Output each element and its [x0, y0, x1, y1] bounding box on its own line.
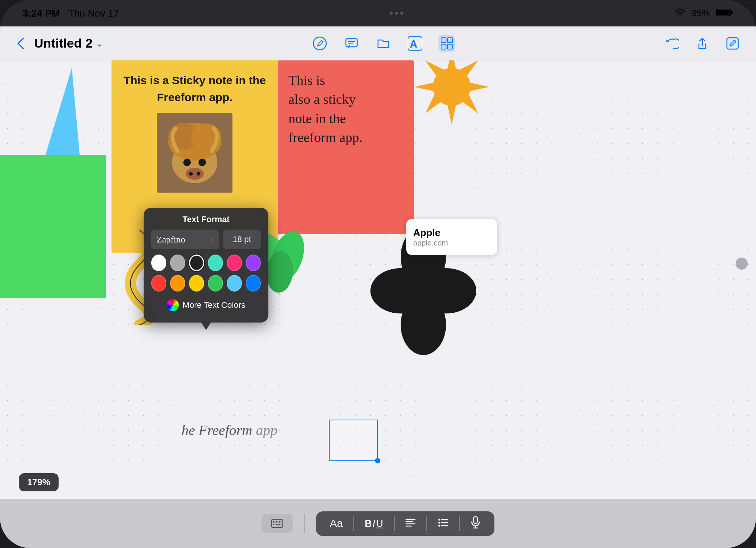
color-light-blue[interactable] [227, 275, 242, 292]
format-divider-3 [426, 516, 427, 531]
svg-rect-43 [276, 521, 277, 523]
share-icon[interactable] [694, 35, 711, 52]
svg-point-52 [438, 519, 440, 520]
color-row-2 [151, 275, 261, 292]
toolbar: Untitled 2 ⌄ [0, 26, 756, 60]
pencil-circle-icon[interactable] [311, 35, 328, 52]
selected-text-box[interactable] [329, 420, 378, 461]
font-size-label: 18 pt [233, 235, 251, 244]
wifi-icon [674, 8, 686, 19]
battery-percent: 95% [692, 8, 710, 19]
main-format-group: Aa BIU [316, 511, 494, 536]
status-date: Thu Nov 17 [68, 8, 119, 19]
svg-point-22 [189, 172, 193, 176]
svg-rect-13 [727, 38, 738, 49]
svg-rect-45 [273, 524, 274, 525]
resize-handle[interactable] [375, 458, 380, 463]
mic-button[interactable] [470, 516, 481, 531]
popup-title: Text Format [151, 215, 261, 224]
color-orange[interactable] [170, 275, 185, 292]
color-white[interactable] [151, 255, 166, 271]
doc-title[interactable]: Untitled 2 ⌄ [34, 36, 103, 51]
battery-icon [716, 8, 733, 19]
toolbar-center: A [311, 35, 455, 52]
color-red[interactable] [151, 275, 166, 292]
status-center-dots [390, 12, 403, 15]
folder-icon[interactable] [375, 35, 392, 52]
text-format-popup: Text Format Zapfino › 18 pt [144, 208, 268, 323]
sticky-photo [157, 113, 232, 193]
svg-text:A: A [410, 38, 417, 50]
svg-rect-46 [276, 524, 279, 525]
color-green[interactable] [208, 275, 223, 292]
svg-point-3 [313, 37, 326, 50]
font-size-button[interactable]: 18 pt [223, 230, 261, 249]
svg-point-32 [433, 68, 471, 106]
color-wheel-icon [167, 299, 179, 311]
font-name-label: Zapfino [156, 235, 185, 245]
svg-rect-1 [731, 11, 733, 14]
zoom-level: 179% [27, 477, 50, 487]
color-pink[interactable] [227, 255, 242, 271]
sticky-red-text: This isalso a stickynote in thefreeform … [288, 71, 403, 147]
sticky-note-red[interactable]: This isalso a stickynote in thefreeform … [278, 60, 414, 234]
color-blue[interactable] [246, 275, 261, 292]
green-rectangle [0, 155, 106, 298]
svg-rect-44 [279, 521, 280, 523]
link-title: Apple [413, 227, 490, 239]
color-black[interactable] [189, 255, 204, 271]
color-purple[interactable] [246, 255, 261, 271]
svg-rect-11 [441, 44, 446, 49]
popup-arrow [201, 322, 211, 330]
format-divider-4 [459, 516, 460, 531]
list-button[interactable] [438, 517, 448, 530]
freeform-text: he Freeform app [181, 422, 277, 438]
align-left-button[interactable] [405, 517, 416, 530]
svg-rect-42 [273, 521, 274, 523]
color-yellow[interactable] [189, 275, 204, 292]
format-divider-1 [353, 516, 354, 531]
status-bar: 3:24 PM Thu Nov 17 95% [0, 0, 756, 26]
status-right: 95% [674, 8, 733, 19]
color-teal[interactable] [208, 255, 223, 271]
font-size-button-bottom[interactable]: Aa [330, 517, 342, 529]
device-frame: 3:24 PM Thu Nov 17 95% [0, 0, 756, 548]
link-card[interactable]: Apple apple.com [406, 219, 497, 255]
svg-point-40 [408, 276, 438, 306]
text-bubble-icon[interactable] [343, 35, 360, 52]
svg-rect-10 [448, 38, 452, 43]
svg-rect-2 [717, 10, 730, 15]
status-time: 3:24 PM [23, 8, 60, 19]
svg-rect-12 [448, 44, 452, 49]
photo-grid-icon[interactable] [438, 35, 455, 52]
format-divider-2 [394, 516, 395, 531]
scroll-handle[interactable] [736, 258, 748, 270]
svg-point-19 [183, 159, 191, 166]
svg-rect-47 [279, 524, 280, 525]
more-colors-button[interactable]: More Text Colors [151, 295, 261, 315]
svg-rect-41 [271, 519, 283, 528]
more-colors-label: More Text Colors [183, 300, 245, 310]
text-format-icon[interactable]: A [407, 35, 423, 52]
sticky-yellow-text: This is a Sticky note in the Freeform ap… [123, 72, 266, 106]
bottom-toolbar: Aa BIU [0, 499, 756, 548]
sun-shape [414, 60, 490, 125]
toolbar-left: Untitled 2 ⌄ [15, 35, 103, 52]
back-button[interactable] [15, 35, 26, 52]
undo-icon[interactable] [664, 35, 680, 52]
keyboard-button[interactable] [262, 514, 293, 533]
font-row: Zapfino › 18 pt [151, 230, 261, 249]
canvas-area[interactable]: This is a Sticky note in the Freeform ap… [0, 60, 756, 499]
zoom-indicator: 179% [19, 473, 59, 491]
svg-point-20 [198, 159, 206, 166]
link-url: apple.com [413, 239, 490, 247]
svg-point-21 [186, 168, 204, 180]
bold-italic-underline-button[interactable]: BIU [365, 518, 383, 529]
toolbar-divider-1 [304, 514, 305, 533]
edit-pencil-icon[interactable] [724, 35, 741, 52]
svg-point-54 [438, 522, 440, 523]
color-light-gray[interactable] [170, 255, 185, 271]
toolbar-right [664, 35, 741, 52]
svg-rect-9 [441, 38, 446, 43]
font-selector-button[interactable]: Zapfino › [151, 230, 219, 249]
